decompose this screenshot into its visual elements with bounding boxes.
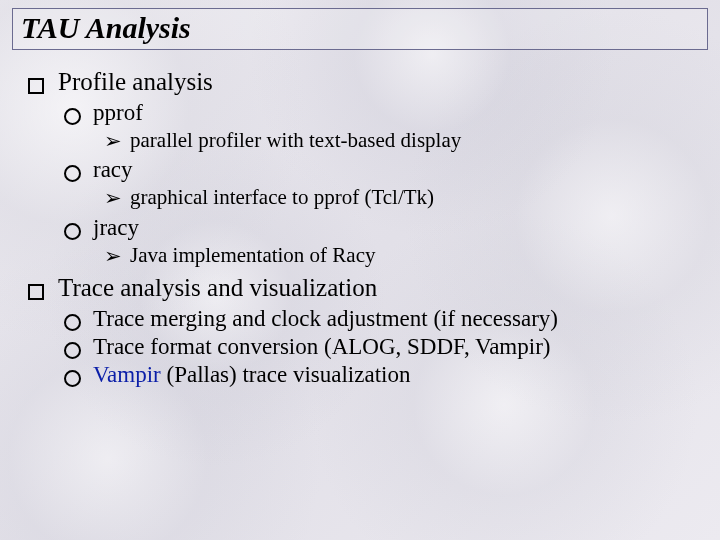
section-heading: Profile analysis [28, 68, 692, 96]
heading-text: Profile analysis [58, 68, 213, 96]
arrow-bullet-icon: ➢ [104, 243, 122, 270]
item-name: jracy [93, 215, 139, 241]
list-subitem: ➢ graphical interface to pprof (Tcl/Tk) [104, 185, 692, 212]
slide-body: Profile analysis pprof ➢ parallel profil… [0, 68, 720, 388]
list-item: Trace format conversion (ALOG, SDDF, Vam… [64, 334, 692, 360]
title-bar: TAU Analysis [12, 8, 708, 50]
item-text: Vampir (Pallas) trace visualization [93, 362, 410, 388]
circle-bullet-icon [64, 165, 81, 182]
item-rest: (Pallas) trace visualization [161, 362, 411, 387]
list-item: jracy [64, 215, 692, 241]
section-heading: Trace analysis and visualization [28, 274, 692, 302]
item-desc: Java implementation of Racy [130, 243, 376, 268]
item-desc: parallel profiler with text-based displa… [130, 128, 461, 153]
item-desc: graphical interface to pprof (Tcl/Tk) [130, 185, 434, 210]
list-subitem: ➢ Java implementation of Racy [104, 243, 692, 270]
item-text: Trace format conversion (ALOG, SDDF, Vam… [93, 334, 550, 360]
vampir-link[interactable]: Vampir [93, 362, 161, 387]
list-item: pprof [64, 100, 692, 126]
item-name: racy [93, 157, 133, 183]
square-bullet-icon [28, 284, 44, 300]
arrow-bullet-icon: ➢ [104, 185, 122, 212]
circle-bullet-icon [64, 223, 81, 240]
list-item: racy [64, 157, 692, 183]
circle-bullet-icon [64, 108, 81, 125]
square-bullet-icon [28, 78, 44, 94]
circle-bullet-icon [64, 314, 81, 331]
heading-text: Trace analysis and visualization [58, 274, 377, 302]
item-name: pprof [93, 100, 143, 126]
slide-title: TAU Analysis [21, 11, 699, 45]
item-text: Trace merging and clock adjustment (if n… [93, 306, 558, 332]
arrow-bullet-icon: ➢ [104, 128, 122, 155]
circle-bullet-icon [64, 370, 81, 387]
circle-bullet-icon [64, 342, 81, 359]
list-item: Trace merging and clock adjustment (if n… [64, 306, 692, 332]
list-item: Vampir (Pallas) trace visualization [64, 362, 692, 388]
list-subitem: ➢ parallel profiler with text-based disp… [104, 128, 692, 155]
